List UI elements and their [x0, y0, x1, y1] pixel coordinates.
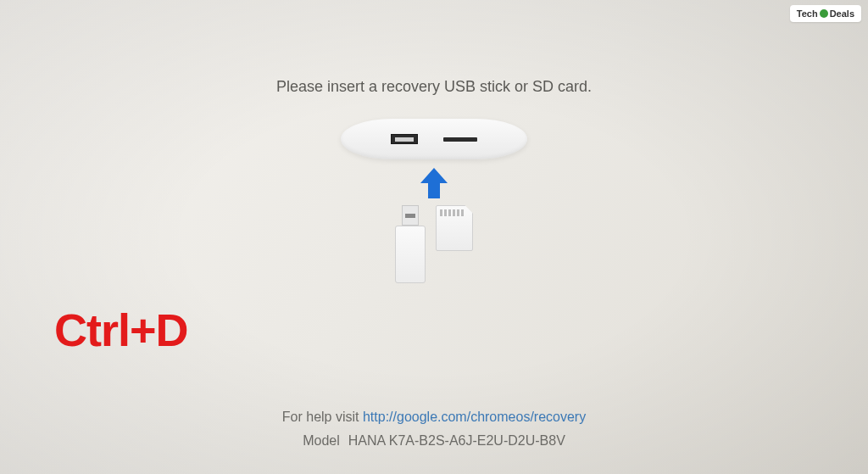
sd-contact-pin — [448, 209, 451, 216]
watermark-badge: Tech Deals — [790, 5, 861, 22]
sd-slot-icon — [443, 137, 477, 142]
usb-port-icon — [391, 134, 418, 144]
usb-connector — [402, 205, 419, 226]
sd-contact-pin — [457, 209, 459, 216]
sd-card-icon — [436, 205, 473, 251]
model-value: HANA K7A-B2S-A6J-E2U-D2U-B8V — [348, 433, 565, 448]
media-items — [395, 205, 473, 283]
help-prefix: For help visit — [282, 410, 363, 424]
usb-body — [395, 226, 426, 283]
usb-stick-icon — [395, 205, 426, 283]
sd-contact-pin — [453, 209, 455, 216]
watermark-left: Tech — [797, 8, 818, 19]
usb-connector-hole — [405, 214, 415, 218]
sd-contact-pin — [461, 209, 464, 216]
model-label: Model — [303, 433, 340, 448]
sd-contact-pin — [440, 209, 442, 216]
sd-contacts — [440, 209, 464, 216]
keyboard-shortcut-overlay: Ctrl+D — [54, 304, 188, 356]
help-link[interactable]: http://google.com/chromeos/recovery — [363, 410, 586, 424]
watermark-dot-icon — [820, 9, 828, 18]
recovery-graphic — [298, 119, 570, 305]
help-line: For help visit http://google.com/chromeo… — [0, 410, 868, 425]
device-port-bar — [341, 119, 527, 159]
model-line: ModelHANA K7A-B2S-A6J-E2U-D2U-B8V — [0, 433, 868, 449]
watermark-right: Deals — [830, 8, 854, 19]
usb-port-inner — [395, 137, 414, 142]
recovery-heading: Please insert a recovery USB stick or SD… — [0, 78, 868, 96]
sd-contact-pin — [444, 209, 447, 216]
arrow-up-icon — [419, 168, 449, 200]
